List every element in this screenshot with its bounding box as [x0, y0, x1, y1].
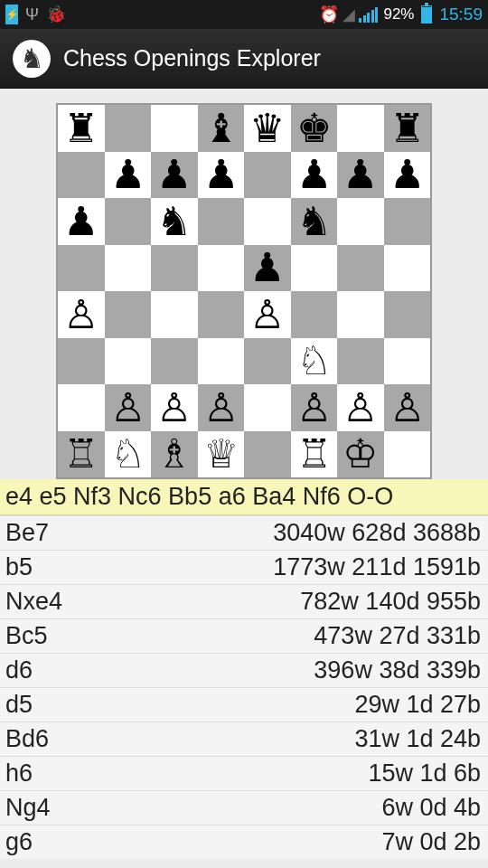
square[interactable]: [384, 338, 431, 385]
square[interactable]: ♘: [291, 338, 338, 385]
action-bar: ♞ Chess Openings Explorer: [0, 29, 488, 89]
square[interactable]: ♜: [384, 105, 431, 152]
battery-percent: 92%: [383, 5, 414, 24]
square[interactable]: ♙: [58, 291, 105, 338]
square[interactable]: ♟: [384, 152, 431, 199]
square[interactable]: [58, 338, 105, 385]
square[interactable]: [198, 198, 245, 245]
square[interactable]: [337, 338, 384, 385]
square[interactable]: [151, 291, 198, 338]
move-row[interactable]: Be73040w 628d 3688b: [0, 515, 488, 550]
moves-list: Be73040w 628d 3688bb51773w 211d 1591bNxe…: [0, 515, 488, 859]
square[interactable]: [198, 338, 245, 385]
square[interactable]: [105, 338, 152, 385]
battery-icon: [421, 5, 432, 24]
square[interactable]: ♗: [151, 431, 198, 478]
square[interactable]: ♙: [244, 291, 291, 338]
move-stats: 29w 1d 27b: [354, 691, 481, 719]
square[interactable]: [105, 105, 152, 152]
square[interactable]: ♝: [198, 105, 245, 152]
move-stats: 473w 27d 331b: [314, 622, 481, 650]
move-row[interactable]: Ng46w 0d 4b: [0, 790, 488, 825]
square[interactable]: [291, 291, 338, 338]
square[interactable]: ♙: [198, 384, 245, 431]
square[interactable]: ♙: [151, 384, 198, 431]
square[interactable]: [105, 291, 152, 338]
move-row[interactable]: d529w 1d 27b: [0, 687, 488, 722]
square[interactable]: ♚: [291, 105, 338, 152]
square[interactable]: [291, 245, 338, 292]
square[interactable]: [105, 245, 152, 292]
debug-icon: 🐞: [46, 5, 66, 24]
move-row[interactable]: b51773w 211d 1591b: [0, 550, 488, 584]
wifi-icon: ◢: [343, 5, 355, 24]
square[interactable]: ♔: [337, 431, 384, 478]
square[interactable]: ♞: [291, 198, 338, 245]
square[interactable]: ♟: [291, 152, 338, 199]
square[interactable]: ♟: [151, 152, 198, 199]
square[interactable]: [151, 105, 198, 152]
square[interactable]: ♕: [198, 431, 245, 478]
move-stats: 7w 0d 2b: [381, 828, 481, 856]
square[interactable]: [105, 198, 152, 245]
app-title: Chess Openings Explorer: [63, 45, 321, 71]
move-name: Nxe4: [5, 588, 62, 616]
square[interactable]: [244, 198, 291, 245]
square[interactable]: [337, 291, 384, 338]
square[interactable]: [337, 245, 384, 292]
square[interactable]: [151, 338, 198, 385]
move-stats: 782w 140d 955b: [300, 588, 481, 616]
square[interactable]: [58, 245, 105, 292]
square[interactable]: [244, 152, 291, 199]
square[interactable]: [198, 245, 245, 292]
square[interactable]: ♟: [58, 198, 105, 245]
square[interactable]: [58, 152, 105, 199]
square[interactable]: [384, 198, 431, 245]
square[interactable]: ♙: [384, 384, 431, 431]
square[interactable]: [337, 105, 384, 152]
signal-icon: [359, 6, 378, 23]
square[interactable]: ♟: [337, 152, 384, 199]
move-row[interactable]: g67w 0d 2b: [0, 825, 488, 859]
move-row[interactable]: Bc5473w 27d 331b: [0, 618, 488, 653]
charging-icon: [5, 5, 18, 24]
opening-line[interactable]: e4 e5 Nf3 Nc6 Bb5 a6 Ba4 Nf6 O-O: [0, 479, 488, 515]
move-name: d6: [5, 656, 33, 684]
app-icon[interactable]: ♞: [13, 40, 51, 78]
square[interactable]: ♘: [105, 431, 152, 478]
square[interactable]: [244, 431, 291, 478]
square[interactable]: ♜: [58, 105, 105, 152]
move-name: h6: [5, 760, 33, 788]
square[interactable]: [384, 291, 431, 338]
move-stats: 1773w 211d 1591b: [273, 553, 481, 581]
status-bar: Ψ 🐞 ⏰ ◢ 92% 15:59: [0, 0, 488, 29]
square[interactable]: [198, 291, 245, 338]
square[interactable]: [244, 338, 291, 385]
move-row[interactable]: Nxe4782w 140d 955b: [0, 584, 488, 618]
square[interactable]: ♙: [337, 384, 384, 431]
chess-board[interactable]: ♜♝♛♚♜♟♟♟♟♟♟♟♞♞♟♙♙♘♙♙♙♙♙♙♖♘♗♕♖♔: [56, 103, 432, 479]
square[interactable]: [384, 245, 431, 292]
move-row[interactable]: Bd631w 1d 24b: [0, 722, 488, 756]
move-name: Ng4: [5, 794, 51, 822]
square[interactable]: ♟: [244, 245, 291, 292]
move-row[interactable]: d6396w 38d 339b: [0, 653, 488, 687]
square[interactable]: [337, 198, 384, 245]
move-name: Bd6: [5, 725, 49, 753]
square[interactable]: ♟: [198, 152, 245, 199]
move-stats: 15w 1d 6b: [368, 760, 481, 788]
square[interactable]: [244, 384, 291, 431]
square[interactable]: ♞: [151, 198, 198, 245]
square[interactable]: ♖: [291, 431, 338, 478]
square[interactable]: [384, 431, 431, 478]
move-name: Bc5: [5, 622, 48, 650]
square[interactable]: [58, 384, 105, 431]
square[interactable]: ♛: [244, 105, 291, 152]
alarm-icon: ⏰: [319, 5, 339, 24]
square[interactable]: ♙: [291, 384, 338, 431]
square[interactable]: ♖: [58, 431, 105, 478]
move-row[interactable]: h615w 1d 6b: [0, 756, 488, 790]
square[interactable]: [151, 245, 198, 292]
square[interactable]: ♟: [105, 152, 152, 199]
square[interactable]: ♙: [105, 384, 152, 431]
